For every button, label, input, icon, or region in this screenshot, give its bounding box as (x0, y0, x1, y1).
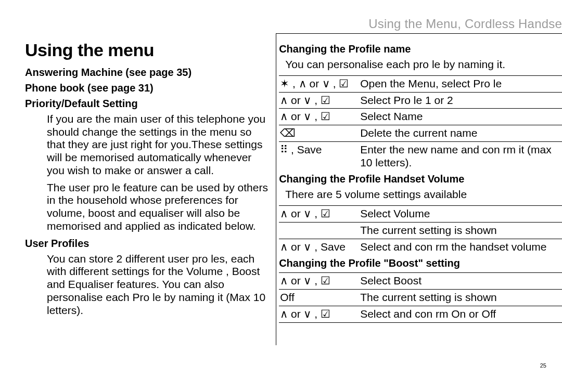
step-desc: The current setting is shown (359, 290, 562, 306)
table-row: ∧ or ∨ , ☑Select Name (279, 109, 562, 125)
paragraph-user-profiles: You can store 2 different user pro les, … (47, 253, 269, 317)
step-desc: Delete the current name (359, 125, 562, 142)
step-keys: ∧ or ∨ , ☑ (279, 273, 359, 290)
step-keys (279, 222, 359, 239)
step-keys: ∧ or ∨ , ☑ (279, 92, 359, 109)
step-desc: Open the Menu, select Pro le (359, 75, 562, 92)
right-column: Changing the Profile name You can person… (269, 40, 562, 323)
table-row: The current setting is shown (279, 222, 562, 239)
heading-change-profile-name: Changing the Profile name (279, 43, 562, 55)
table-row: ∧ or ∨ , ☑Select Pro le 1 or 2 (279, 92, 562, 109)
left-column: Using the menu Answering Machine (see pa… (25, 40, 269, 323)
step-desc: Select Name (359, 109, 562, 125)
step-desc: The current setting is shown (359, 222, 562, 239)
step-keys: ✶ , ∧ or ∨ , ☑ (279, 75, 359, 92)
table-row: ∧ or ∨ , SaveSelect and con rm the hands… (279, 239, 562, 255)
page-title: Using the menu (25, 40, 269, 61)
step-desc: Select and con rm On or Off (359, 306, 562, 322)
paragraph-volume: There are 5 volume settings available (285, 188, 562, 201)
step-keys: ∧ or ∨ , Save (279, 239, 359, 255)
table-change-volume: ∧ or ∨ , ☑Select Volume The current sett… (279, 205, 562, 255)
table-row: ∧ or ∨ , ☑Select and con rm On or Off (279, 306, 562, 322)
step-keys: ⌫ (279, 125, 359, 142)
table-row: ⌫Delete the current name (279, 125, 562, 142)
paragraph-personalise: You can personalise each pro le by namin… (285, 58, 562, 71)
step-desc: Select Pro le 1 or 2 (359, 92, 562, 109)
table-row: OffThe current setting is shown (279, 290, 562, 306)
heading-user-profiles: User Profiles (25, 237, 269, 250)
paragraph-priority-1: If you are the main user of this telepho… (47, 113, 269, 177)
manual-page: Using the Menu, Cordless Handse Using th… (0, 0, 562, 392)
step-keys: ∧ or ∨ , ☑ (279, 109, 359, 125)
table-change-profile-name: ✶ , ∧ or ∨ , ☑Open the Menu, select Pro … (279, 75, 562, 171)
table-row: ∧ or ∨ , ☑Select Boost (279, 273, 562, 290)
heading-phone-book: Phone book (see page 31) (25, 82, 269, 94)
heading-change-volume: Changing the Profile Handset Volume (279, 173, 562, 185)
step-keys: ∧ or ∨ , ☑ (279, 306, 359, 322)
paragraph-priority-2: The user pro le feature can be used by o… (47, 181, 269, 233)
table-row: ✶ , ∧ or ∨ , ☑Open the Menu, select Pro … (279, 75, 562, 92)
running-header: Using the Menu, Cordless Handse (368, 17, 562, 32)
table-row: ⠿ , SaveEnter the new name and con rm it… (279, 141, 562, 171)
step-desc: Select and con rm the handset volume (359, 239, 562, 255)
step-keys: ⠿ , Save (279, 141, 359, 171)
heading-change-boost: Changing the Profile "Boost" setting (279, 257, 562, 269)
page-number: 25 (540, 362, 546, 369)
header-rule (276, 33, 562, 34)
step-desc: Enter the new name and con rm it (max 10… (359, 141, 562, 171)
heading-priority-default: Priority/Default Setting (25, 97, 269, 110)
table-row: ∧ or ∨ , ☑Select Volume (279, 206, 562, 223)
step-keys: Off (279, 290, 359, 306)
step-desc: Select Volume (359, 206, 562, 223)
step-desc: Select Boost (359, 273, 562, 290)
step-keys: ∧ or ∨ , ☑ (279, 206, 359, 223)
table-change-boost: ∧ or ∨ , ☑Select Boost OffThe current se… (279, 272, 562, 322)
heading-answering-machine: Answering Machine (see page 35) (25, 66, 269, 79)
